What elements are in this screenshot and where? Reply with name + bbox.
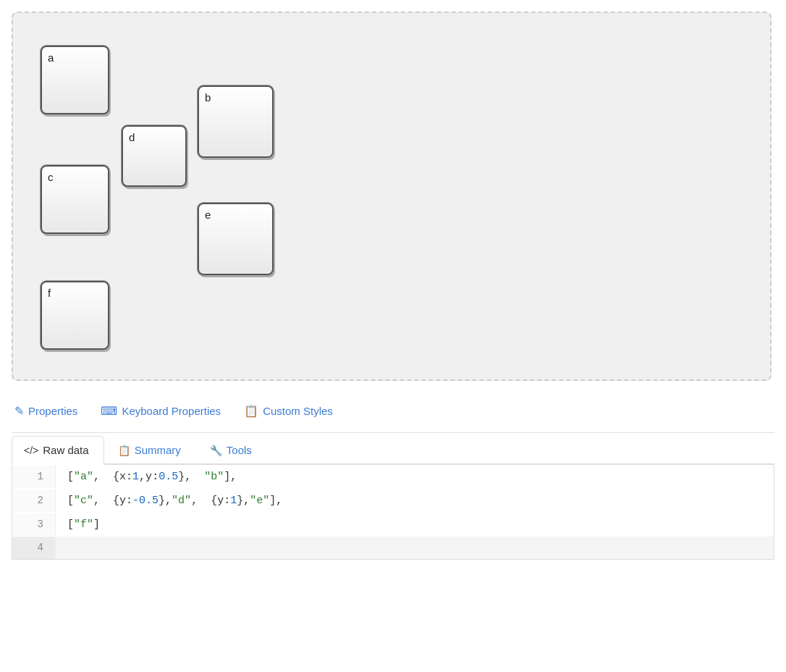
properties-label: Properties: [28, 405, 77, 417]
tab-summary[interactable]: 📋 Summary: [106, 436, 196, 463]
code-editor[interactable]: 1 ["a", {x:1,y:0.5}, "b"], 2 ["c", {y:-0…: [12, 465, 774, 560]
key-c[interactable]: c: [41, 165, 109, 234]
line-number-1: 1: [12, 466, 56, 488]
properties-button[interactable]: ✎ Properties: [14, 401, 77, 421]
key-d-label: d: [129, 131, 135, 143]
line-number-4: 4: [12, 537, 56, 559]
tab-raw-data-label: Raw data: [43, 444, 88, 456]
tabs-row: </> Raw data 📋 Summary 🔧 Tools: [12, 436, 774, 465]
key-a[interactable]: a: [41, 46, 109, 114]
tab-tools-label: Tools: [227, 444, 252, 456]
line-content-1: ["a", {x:1,y:0.5}, "b"],: [56, 465, 248, 489]
keyboard-properties-label: Keyboard Properties: [122, 405, 221, 417]
key-f[interactable]: f: [41, 281, 109, 350]
tools-icon: 🔧: [210, 445, 222, 456]
key-e[interactable]: e: [198, 203, 274, 275]
custom-styles-button[interactable]: 📋 Custom Styles: [244, 401, 333, 421]
code-line-4: 4: [12, 537, 774, 559]
properties-icon: ✎: [14, 404, 24, 418]
line-number-2: 2: [12, 490, 56, 512]
custom-styles-label: Custom Styles: [263, 405, 333, 417]
keyboard-properties-icon: ⌨: [101, 404, 117, 418]
key-f-label: f: [48, 287, 51, 299]
toolbar: ✎ Properties ⌨ Keyboard Properties 📋 Cus…: [12, 395, 774, 433]
tab-tools[interactable]: 🔧 Tools: [198, 436, 267, 463]
line-number-3: 3: [12, 513, 56, 536]
line-content-2: ["c", {y:-0.5},"d", {y:1},"e"],: [56, 489, 294, 513]
key-b[interactable]: b: [198, 85, 274, 158]
canvas-area: a b c d e f: [12, 12, 772, 381]
code-line-1: 1 ["a", {x:1,y:0.5}, "b"],: [12, 465, 774, 489]
main-container: a b c d e f ✎ Properties ⌨ Keyboard Prop…: [0, 0, 786, 571]
key-c-label: c: [48, 171, 54, 183]
custom-styles-icon: 📋: [244, 404, 258, 418]
tab-raw-data[interactable]: </> Raw data: [12, 436, 104, 465]
keyboard-properties-button[interactable]: ⌨ Keyboard Properties: [101, 401, 221, 421]
key-e-label: e: [205, 209, 211, 221]
key-b-label: b: [205, 91, 211, 104]
tab-summary-label: Summary: [135, 444, 181, 456]
key-d[interactable]: d: [122, 125, 187, 187]
line-content-3: ["f"]: [56, 513, 111, 537]
code-line-2: 2 ["c", {y:-0.5},"d", {y:1},"e"],: [12, 489, 774, 513]
code-line-3: 3 ["f"]: [12, 513, 774, 537]
summary-icon: 📋: [118, 445, 130, 456]
key-a-label: a: [48, 51, 54, 64]
raw-data-icon: </>: [24, 445, 38, 456]
